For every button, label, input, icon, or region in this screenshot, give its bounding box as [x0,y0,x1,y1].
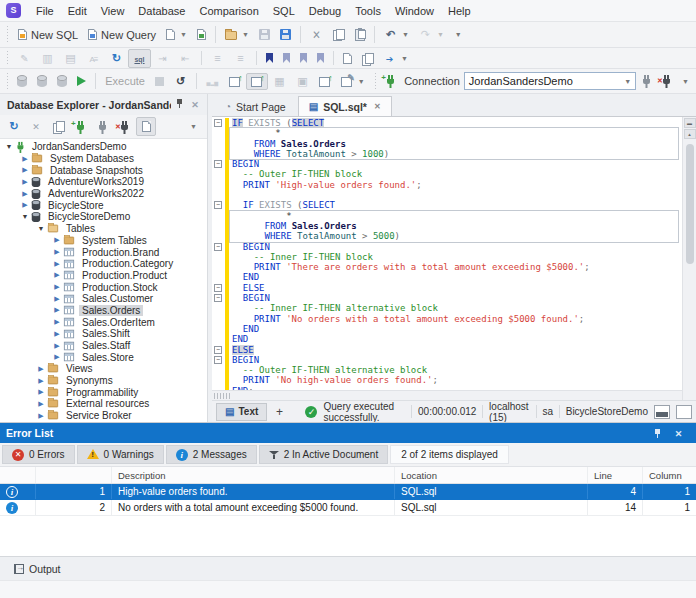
new-connection-button[interactable]: + [70,117,90,136]
tree-item-sales-staff[interactable]: ▶Sales.Staff [0,340,207,352]
disconnect-button[interactable]: ✕ [656,72,676,90]
tab-start-page[interactable]: ◔ Start Page [214,96,297,116]
check-syntax-button[interactable] [13,49,36,68]
query-profile-button[interactable] [201,72,224,91]
close-icon[interactable] [667,424,690,443]
duplicate-object-button[interactable] [48,117,68,136]
new-connection-doc-button[interactable] [192,26,211,43]
tree-item-sales-store[interactable]: ▶Sales.Store [0,351,207,363]
split-layout-button[interactable] [654,405,670,419]
comment-button[interactable] [206,49,229,68]
tree-item-external-resources[interactable]: ▶External resources [0,398,207,410]
duplicate-button[interactable] [357,50,378,67]
new-query-button[interactable]: New Query [83,26,161,44]
go-to-button[interactable]: ▼ [378,49,413,68]
tree-item-synonyms[interactable]: ▶Synonyms [0,375,207,387]
text-view-tab[interactable]: ▤ Text [216,403,267,421]
indent-button[interactable] [151,49,174,68]
menu-file[interactable]: File [29,2,61,20]
tree-item-sales-orderitem[interactable]: ▶Sales.OrderItem [0,316,207,328]
menu-debug[interactable]: Debug [302,2,348,20]
pivot-table-button[interactable] [268,72,291,91]
code-line[interactable] [232,190,682,200]
code-line[interactable]: -- Outer IF-THEN alternative block [232,365,682,375]
filter-errors[interactable]: 0 Errors [2,445,75,464]
expand-arrow[interactable]: ▶ [20,190,30,198]
connection-combo[interactable]: JordanSandersDemo▼ [464,72,636,90]
tree-item-views[interactable]: ▶Views [0,363,207,375]
cut-button[interactable] [305,25,328,44]
scrollbar-thumb[interactable] [686,144,694,264]
delete-button[interactable] [26,117,46,136]
expand-arrow[interactable]: ▶ [52,236,62,244]
toolbar-grip[interactable] [373,73,377,90]
fold-marker[interactable]: − [214,356,222,364]
menu-tools[interactable]: Tools [348,2,388,20]
tree-item-sales-orders[interactable]: ▶Sales.Orders [0,305,207,317]
copy-button[interactable] [328,26,350,44]
open-file-button[interactable]: ▼ [220,26,254,43]
data-editor-button[interactable]: ▼ [336,73,370,90]
expand-arrow[interactable]: ▼ [4,143,14,150]
fold-marker[interactable]: − [214,119,222,127]
tree-item-service-broker[interactable]: ▶Service Broker [0,410,207,422]
code-line[interactable]: END [232,272,682,282]
code-line[interactable]: END; [232,386,682,390]
tree-item-tables[interactable]: ▼Tables [0,223,207,235]
expand-arrow[interactable]: ▶ [36,400,46,408]
connect-button[interactable] [636,72,656,90]
sql-editor[interactable]: −−−−−−−− IF EXISTS (SELECT * FROM Sales.… [212,117,682,390]
sql-formatter-button[interactable] [128,49,151,68]
toolbar-grip[interactable] [5,26,10,44]
expand-arrow[interactable]: ▶ [52,353,62,361]
fold-marker[interactable]: − [214,160,222,168]
tree-item-adventureworks2019[interactable]: ▶AdventureWorks2019 [0,176,207,188]
explorer-options-button[interactable]: ▼ [183,117,203,136]
code-line[interactable]: END [232,324,682,334]
code-line[interactable]: -- Inner IF-THEN block [232,252,682,262]
import-data-button[interactable] [224,73,246,90]
code-line[interactable]: IF EXISTS (SELECT [232,118,682,128]
tab-sql-file[interactable]: ▤ SQL.sql* ✕ [298,96,392,116]
menu-database[interactable]: Database [131,2,192,20]
clear-bookmarks-button[interactable] [312,50,329,66]
expand-arrow[interactable]: ▶ [36,412,46,420]
menu-sql[interactable]: SQL [266,2,302,20]
new-file-button[interactable] [338,50,357,67]
code-line[interactable]: BEGIN [232,355,682,365]
query-history-button[interactable] [169,72,192,91]
disconnect-button[interactable]: ✕ [114,117,134,136]
tree-item-sales-shift[interactable]: ▶Sales.Shift [0,328,207,340]
tree-item-adventureworks2022[interactable]: ▶AdventureWorks2022 [0,188,207,200]
expand-arrow[interactable]: ▶ [20,201,30,209]
redo-button[interactable]: ▼ [414,25,449,44]
tree-item-bicyclestore[interactable]: ▶BicycleStore [0,199,207,211]
toggle-bookmark-button[interactable] [261,50,278,66]
fold-marker[interactable]: − [214,294,222,302]
tree-item-system-tables[interactable]: ▶System Tables [0,235,207,247]
expand-arrow[interactable]: ▶ [36,377,46,385]
tree-item-database-snapshots[interactable]: ▶Database Snapshots [0,164,207,176]
expand-arrow[interactable]: ▼ [36,225,46,232]
pin-icon[interactable] [648,425,667,442]
code-line[interactable]: PRINT 'No high-value orders found.'; [232,375,682,385]
fold-marker[interactable]: − [214,346,222,354]
tab-output[interactable]: Output [8,561,67,577]
menu-window[interactable]: Window [388,2,441,20]
code-line[interactable]: BEGIN [232,242,682,252]
expand-arrow[interactable]: ▶ [52,260,62,268]
connect-button[interactable] [92,117,112,136]
toolbar-grip[interactable] [5,51,10,65]
filter-active-document[interactable]: 2 In Active Document [259,445,389,464]
code-line[interactable]: PRINT 'There are orders with a total amo… [232,262,682,272]
tree-item-production-stock[interactable]: ▶Production.Stock [0,281,207,293]
pin-icon[interactable] [171,98,187,111]
save-button[interactable] [254,26,275,43]
code-line[interactable]: PRINT 'High-value orders found.'; [232,180,682,190]
code-line[interactable]: WHERE TotalAmount > 5000) [232,231,682,241]
splitter-button-bottom[interactable]: ▴ [684,129,696,139]
code-line[interactable]: -- Inner IF-THEN alternative block [232,303,682,313]
expand-arrow[interactable]: ▶ [52,342,62,350]
code-line[interactable]: BEGIN [232,159,682,169]
horizontal-scrollbar[interactable] [212,390,682,400]
